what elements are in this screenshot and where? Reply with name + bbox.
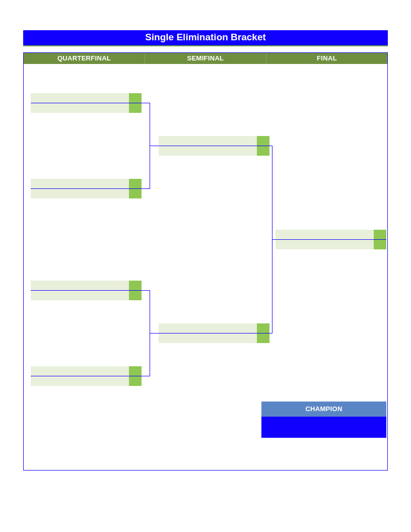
column-header-sf: SEMIFINAL bbox=[145, 53, 266, 64]
champion-name[interactable] bbox=[261, 417, 386, 438]
bracket-container: QUARTERFINAL SEMIFINAL FINAL bbox=[23, 52, 388, 471]
column-header-qf: QUARTERFINAL bbox=[24, 53, 145, 64]
qf2-score2[interactable] bbox=[129, 189, 142, 198]
sf2-player1[interactable] bbox=[159, 323, 257, 333]
sf1-score2[interactable] bbox=[257, 146, 269, 156]
final-player1[interactable] bbox=[276, 230, 374, 239]
match-qf3 bbox=[31, 281, 142, 300]
qf1-score2[interactable] bbox=[129, 103, 142, 113]
qf1-player2[interactable] bbox=[31, 103, 129, 113]
connector bbox=[142, 188, 150, 189]
column-headers: QUARTERFINAL SEMIFINAL FINAL bbox=[24, 53, 387, 64]
connector bbox=[142, 290, 150, 291]
sf2-score1[interactable] bbox=[257, 323, 269, 333]
match-qf1 bbox=[31, 93, 142, 112]
champion-box: CHAMPION bbox=[261, 402, 386, 438]
match-sf1 bbox=[159, 136, 269, 155]
sf2-player2[interactable] bbox=[159, 334, 257, 343]
connector bbox=[272, 239, 276, 240]
final-score1[interactable] bbox=[374, 230, 386, 239]
qf4-player1[interactable] bbox=[31, 366, 129, 376]
connector bbox=[150, 333, 159, 334]
sf1-score1[interactable] bbox=[257, 136, 269, 146]
sf2-score2[interactable] bbox=[257, 334, 269, 343]
qf3-player2[interactable] bbox=[31, 291, 129, 300]
match-qf2 bbox=[31, 179, 142, 198]
sf1-player1[interactable] bbox=[159, 136, 257, 146]
qf1-score1[interactable] bbox=[129, 93, 142, 103]
match-final bbox=[276, 230, 386, 249]
connector bbox=[142, 376, 150, 376]
qf4-player2[interactable] bbox=[31, 376, 129, 386]
connector bbox=[150, 146, 159, 146]
column-header-final: FINAL bbox=[266, 53, 387, 64]
champion-label: CHAMPION bbox=[261, 402, 386, 417]
qf2-player2[interactable] bbox=[31, 189, 129, 198]
final-score2[interactable] bbox=[374, 240, 386, 249]
final-player2[interactable] bbox=[276, 240, 374, 249]
qf3-player1[interactable] bbox=[31, 281, 129, 290]
bracket-area: CHAMPION bbox=[24, 64, 387, 471]
connector bbox=[142, 103, 150, 103]
qf4-score1[interactable] bbox=[129, 366, 142, 376]
qf2-player1[interactable] bbox=[31, 179, 129, 188]
qf2-score1[interactable] bbox=[129, 179, 142, 188]
match-qf4 bbox=[31, 366, 142, 385]
qf3-score1[interactable] bbox=[129, 281, 142, 290]
qf4-score2[interactable] bbox=[129, 376, 142, 386]
qf3-score2[interactable] bbox=[129, 291, 142, 300]
match-sf2 bbox=[159, 323, 269, 343]
qf1-player1[interactable] bbox=[31, 93, 129, 103]
page-title: Single Elimination Bracket bbox=[23, 30, 388, 46]
sf1-player2[interactable] bbox=[159, 146, 257, 156]
